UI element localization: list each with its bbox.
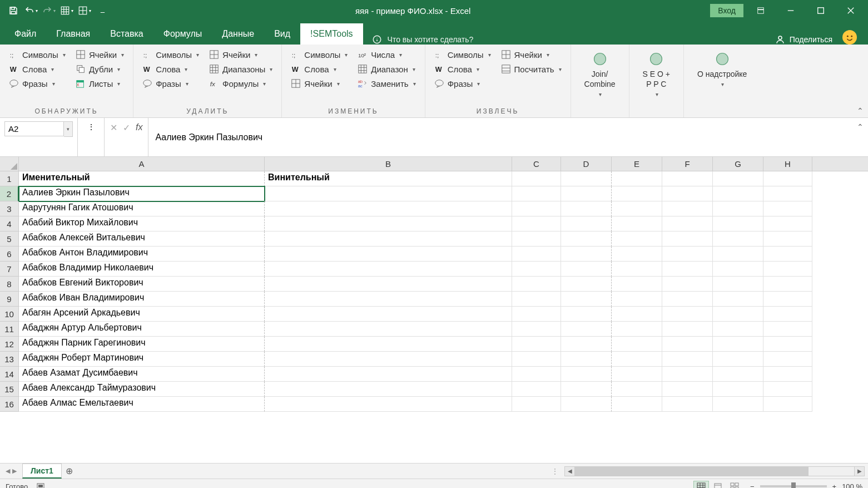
- cell[interactable]: Абаев Александр Таймуразович: [19, 382, 265, 397]
- delete-символы[interactable]: :;Символы: [139, 48, 202, 61]
- scroll-right-button[interactable]: ▶: [854, 467, 864, 476]
- cell[interactable]: [561, 337, 612, 352]
- cell[interactable]: [763, 382, 812, 397]
- cell[interactable]: [713, 337, 763, 352]
- cell[interactable]: [713, 382, 763, 397]
- cell[interactable]: Абабков Алексей Витальевич: [19, 231, 265, 247]
- cell[interactable]: [561, 307, 612, 322]
- row-header[interactable]: 7: [0, 262, 19, 277]
- cell[interactable]: [612, 262, 662, 277]
- cell[interactable]: [612, 382, 662, 397]
- column-header-E[interactable]: E: [612, 157, 662, 171]
- page-layout-view-button[interactable]: [710, 481, 726, 488]
- cell[interactable]: [662, 382, 713, 397]
- delete-ячейки[interactable]: Ячейки: [206, 48, 276, 61]
- spreadsheet-grid[interactable]: ABCDEFGH 1ИменительныйВинительный2Аалиев…: [0, 157, 868, 463]
- cell[interactable]: [763, 216, 812, 231]
- name-box[interactable]: [4, 121, 64, 136]
- cell[interactable]: [612, 337, 662, 352]
- change-диапазон[interactable]: Диапазон: [354, 62, 419, 76]
- zoom-level[interactable]: 100 %: [842, 482, 862, 489]
- row-header[interactable]: 4: [0, 216, 19, 231]
- scroll-left-button[interactable]: ◀: [565, 467, 575, 476]
- cell[interactable]: [512, 322, 561, 337]
- cell[interactable]: [265, 231, 512, 247]
- row-header[interactable]: 6: [0, 247, 19, 262]
- cell[interactable]: [265, 397, 512, 412]
- cell[interactable]: [662, 367, 713, 382]
- qat-icon-2[interactable]: ▾: [78, 4, 91, 17]
- cell[interactable]: [512, 247, 561, 262]
- row-header[interactable]: 2: [0, 186, 19, 201]
- delete-фразы[interactable]: Фразы: [139, 77, 202, 90]
- cell[interactable]: [763, 247, 812, 262]
- row-header[interactable]: 13: [0, 352, 19, 367]
- horizontal-scrollbar[interactable]: ◀ ▶: [564, 466, 865, 476]
- normal-view-button[interactable]: [693, 481, 709, 488]
- cell[interactable]: [612, 307, 662, 322]
- cell[interactable]: [713, 171, 763, 186]
- change-ячейки[interactable]: Ячейки: [287, 77, 351, 90]
- tab-формулы[interactable]: Формулы: [153, 23, 212, 45]
- cell[interactable]: [662, 186, 713, 201]
- cell[interactable]: [662, 277, 713, 292]
- zoom-out-button[interactable]: −: [750, 482, 755, 489]
- detect-символы[interactable]: :;Символы: [6, 48, 69, 61]
- cell[interactable]: [662, 352, 713, 367]
- delete-формулы[interactable]: fxФормулы: [206, 77, 276, 90]
- cell[interactable]: [265, 322, 512, 337]
- cell[interactable]: [265, 292, 512, 307]
- cell[interactable]: [265, 307, 512, 322]
- formula-input[interactable]: [148, 118, 857, 156]
- cell[interactable]: Абаджян Артур Альбертович: [19, 322, 265, 337]
- expand-formula-bar-icon[interactable]: ⌃: [857, 118, 868, 156]
- cell[interactable]: [512, 277, 561, 292]
- feedback-smiley-icon[interactable]: [842, 30, 857, 45]
- cell[interactable]: [512, 231, 561, 247]
- cell[interactable]: [512, 337, 561, 352]
- detect-листы[interactable]: XЛисты: [72, 77, 127, 90]
- column-header-C[interactable]: C: [512, 157, 561, 171]
- cell[interactable]: [512, 216, 561, 231]
- column-header-D[interactable]: D: [561, 157, 612, 171]
- column-header-H[interactable]: H: [763, 157, 812, 171]
- redo-button[interactable]: ▾: [42, 4, 56, 17]
- cell[interactable]: [763, 231, 812, 247]
- cell[interactable]: [612, 277, 662, 292]
- change-числа[interactable]: 10²Числа: [354, 48, 419, 61]
- row-header[interactable]: 10: [0, 307, 19, 322]
- cell[interactable]: [713, 322, 763, 337]
- about-addin-button[interactable]: О надстройке: [690, 48, 755, 91]
- cell[interactable]: [662, 247, 713, 262]
- cell[interactable]: [561, 382, 612, 397]
- cell[interactable]: [763, 397, 812, 412]
- cell[interactable]: [561, 247, 612, 262]
- cell[interactable]: [713, 186, 763, 201]
- share-button[interactable]: Поделиться: [765, 34, 842, 45]
- detect-слова[interactable]: WСлова: [6, 62, 69, 76]
- cell[interactable]: [265, 216, 512, 231]
- signin-button[interactable]: Вход: [710, 4, 743, 17]
- row-header[interactable]: 12: [0, 337, 19, 352]
- cell[interactable]: [662, 216, 713, 231]
- tab-главная[interactable]: Главная: [46, 23, 100, 45]
- collapse-ribbon-icon[interactable]: ⌃: [857, 106, 864, 115]
- zoom-in-button[interactable]: +: [832, 482, 837, 489]
- cell[interactable]: [713, 292, 763, 307]
- cell[interactable]: [512, 262, 561, 277]
- cell[interactable]: [512, 367, 561, 382]
- cell[interactable]: [662, 322, 713, 337]
- page-break-view-button[interactable]: [727, 481, 742, 488]
- cell[interactable]: Абаджян Парник Гарегинович: [19, 337, 265, 352]
- cell[interactable]: [512, 382, 561, 397]
- cell[interactable]: [612, 397, 662, 412]
- extract-слова[interactable]: WСлова: [431, 62, 494, 76]
- cell[interactable]: [561, 397, 612, 412]
- cell[interactable]: [763, 262, 812, 277]
- column-header-F[interactable]: F: [662, 157, 713, 171]
- cell[interactable]: [612, 201, 662, 216]
- tab-semtools[interactable]: !SEMTools: [300, 23, 363, 45]
- cell[interactable]: [612, 171, 662, 186]
- cell[interactable]: [662, 262, 713, 277]
- add-sheet-button[interactable]: ⊕: [62, 466, 77, 476]
